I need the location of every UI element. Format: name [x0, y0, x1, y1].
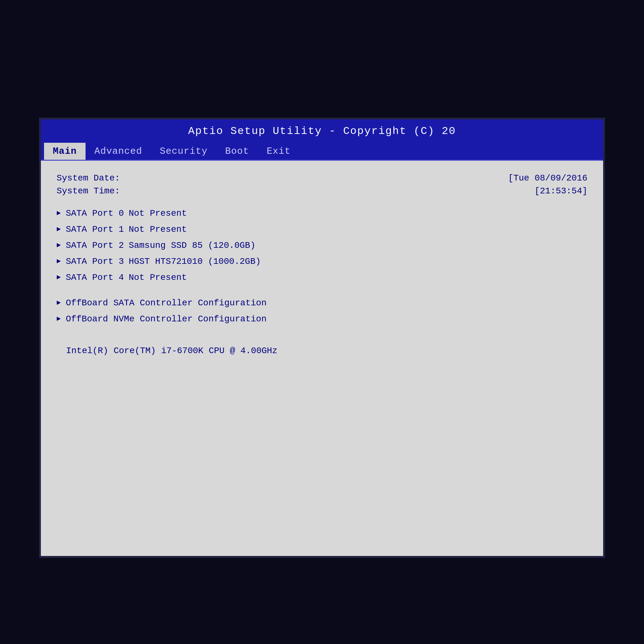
- title-bar: Aptio Setup Utility - Copyright (C) 20: [41, 119, 603, 143]
- offboard-sata[interactable]: ► OffBoard SATA Controller Configuration: [57, 295, 587, 311]
- system-time-label: System Time:: [57, 186, 120, 196]
- system-time-row: System Time: [21:53:54]: [57, 186, 587, 196]
- arrow-icon-2: ►: [57, 241, 61, 249]
- sata-port-1[interactable]: ► SATA Port 1 Not Present: [57, 221, 587, 237]
- sata-port-4-label: SATA Port 4: [66, 273, 129, 282]
- sata-port-2-value: Samsung SSD 85 (120.0GB): [129, 241, 255, 250]
- title-text: Aptio Setup Utility - Copyright (C) 20: [188, 125, 456, 137]
- arrow-icon-offboard-nvme: ►: [57, 315, 61, 323]
- sata-port-0[interactable]: ► SATA Port 0 Not Present: [57, 205, 587, 221]
- tab-security[interactable]: Security: [151, 143, 216, 160]
- system-date-row: System Date: [Tue 08/09/2016: [57, 173, 587, 183]
- offboard-nvme[interactable]: ► OffBoard NVMe Controller Configuration: [57, 311, 587, 327]
- system-date-value[interactable]: [Tue 08/09/2016: [508, 173, 587, 183]
- cpu-info: Intel(R) Core(TM) i7-6700K CPU @ 4.00GHz: [57, 346, 587, 356]
- bios-screen: Aptio Setup Utility - Copyright (C) 20 M…: [39, 118, 605, 558]
- offboard-sata-label: OffBoard SATA Controller Configuration: [66, 298, 267, 308]
- divider-2: [57, 286, 587, 295]
- sata-port-4-value: Not Present: [129, 273, 187, 282]
- divider-1: [57, 199, 587, 205]
- sata-port-3-value: HGST HTS721010 (1000.2GB): [129, 257, 261, 266]
- arrow-icon-3: ►: [57, 258, 61, 265]
- sata-port-1-value: Not Present: [129, 225, 187, 234]
- cpu-info-text: Intel(R) Core(TM) i7-6700K CPU @ 4.00GHz: [66, 346, 277, 356]
- content-area: System Date: [Tue 08/09/2016 System Time…: [41, 161, 603, 556]
- system-date-label: System Date:: [57, 173, 120, 183]
- arrow-icon-1: ►: [57, 225, 61, 233]
- divider-3: [57, 327, 587, 336]
- system-time-value[interactable]: [21:53:54]: [535, 186, 587, 196]
- sata-port-0-label: SATA Port 0: [66, 208, 129, 218]
- arrow-icon-4: ►: [57, 274, 61, 281]
- tab-exit[interactable]: Exit: [258, 143, 299, 160]
- arrow-icon-0: ►: [57, 209, 61, 217]
- sata-port-3-label: SATA Port 3: [66, 257, 129, 266]
- sata-port-4[interactable]: ► SATA Port 4 Not Present: [57, 269, 587, 286]
- sata-port-2[interactable]: ► SATA Port 2 Samsung SSD 85 (120.0GB): [57, 237, 587, 253]
- sata-port-3[interactable]: ► SATA Port 3 HGST HTS721010 (1000.2GB): [57, 253, 587, 269]
- tab-main[interactable]: Main: [44, 143, 86, 160]
- tab-advanced[interactable]: Advanced: [86, 143, 151, 160]
- arrow-icon-offboard-sata: ►: [57, 299, 61, 307]
- nav-bar: Main Advanced Security Boot Exit: [41, 143, 603, 161]
- tab-boot[interactable]: Boot: [216, 143, 258, 160]
- offboard-nvme-label: OffBoard NVMe Controller Configuration: [66, 314, 267, 324]
- sata-port-2-label: SATA Port 2: [66, 241, 129, 250]
- sata-port-1-label: SATA Port 1: [66, 225, 129, 234]
- sata-port-0-value: Not Present: [129, 208, 187, 218]
